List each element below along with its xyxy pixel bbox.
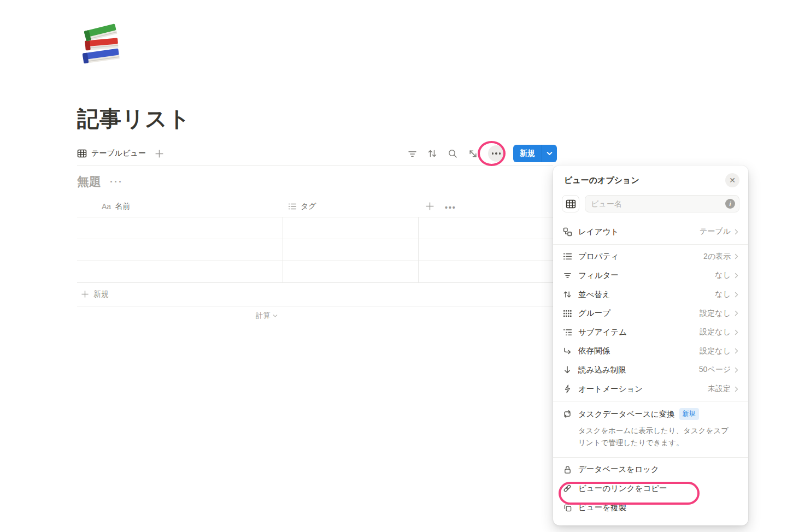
layout-icon: [562, 227, 573, 237]
column-tags-label: タグ: [301, 202, 316, 211]
menu-item-convert-task-database[interactable]: タスクデータベースに変換 新規: [553, 404, 748, 424]
calculate-label: 計算: [256, 311, 271, 321]
panel-divider: [553, 401, 748, 401]
close-icon[interactable]: ✕: [725, 173, 739, 187]
table-view-icon: [77, 149, 87, 158]
toolbar-divider: [77, 165, 553, 166]
table-border: [77, 282, 553, 283]
menu-label: グループ: [578, 308, 700, 318]
tab-table-view-label: テーブルビュー: [91, 149, 146, 158]
table-border: [77, 306, 553, 306]
chevron-right-icon: [735, 253, 738, 259]
table-border: [77, 217, 553, 217]
table-border: [77, 239, 553, 239]
subitems-icon: [562, 328, 573, 337]
menu-item-properties[interactable]: プロパティ 2の表示: [553, 247, 748, 267]
column-header-name[interactable]: Aa 名前: [102, 197, 130, 216]
chevron-right-icon: [735, 348, 738, 354]
chevron-right-icon: [735, 273, 738, 279]
page-title[interactable]: 記事リスト: [77, 104, 191, 134]
new-row-button[interactable]: 新規: [77, 282, 109, 306]
sort-icon[interactable]: [427, 149, 437, 158]
view-name-input[interactable]: [585, 195, 739, 212]
menu-item-duplicate-view[interactable]: ビューを複製: [553, 498, 748, 517]
multiselect-type-icon: [288, 202, 297, 211]
menu-value: 未設定: [708, 384, 731, 394]
panel-title: ビューのオプション: [564, 175, 639, 186]
menu-value: なし: [715, 289, 731, 299]
column-name-label: 名前: [115, 202, 130, 211]
new-button-chevron[interactable]: [542, 145, 557, 162]
menu-value: テーブル: [700, 227, 731, 237]
add-column-button[interactable]: [425, 202, 434, 211]
panel-divider: [553, 244, 748, 245]
link-icon: [562, 484, 573, 493]
menu-label: 依存関係: [578, 346, 700, 356]
sort-icon: [562, 290, 573, 299]
menu-item-layout[interactable]: レイアウト テーブル: [553, 222, 748, 241]
filter-icon: [562, 271, 573, 280]
menu-value: 設定なし: [700, 327, 731, 337]
view-options-button[interactable]: [488, 145, 504, 162]
tab-table-view[interactable]: テーブルビュー: [77, 149, 146, 158]
menu-label: プロパティ: [578, 251, 703, 262]
menu-item-copy-view-link[interactable]: ビューのリンクをコピー: [553, 479, 748, 498]
chevron-right-icon: [735, 292, 738, 298]
menu-item-automations[interactable]: オートメーション 未設定: [553, 380, 748, 399]
table-border-vertical: [283, 217, 283, 283]
menu-label: レイアウト: [578, 227, 700, 237]
add-view-button[interactable]: [155, 149, 164, 158]
menu-label: フィルター: [578, 270, 715, 281]
convert-description: タスクをホームに表示したり、タスクをスプリントで管理したりできます。: [553, 424, 748, 454]
filter-icon[interactable]: [407, 149, 417, 158]
menu-item-subitems[interactable]: サブアイテム 設定なし: [553, 323, 748, 342]
menu-label: サブアイテム: [578, 327, 700, 338]
chevron-right-icon: [735, 386, 738, 392]
view-options-panel: ビューのオプション ✕ i: [553, 165, 748, 525]
properties-list-icon: [562, 252, 573, 261]
chevron-down-icon: [273, 314, 278, 318]
expand-icon[interactable]: [468, 149, 478, 158]
new-row-label: 新規: [93, 289, 109, 299]
menu-item-lock-database[interactable]: データベースをロック: [553, 460, 748, 480]
table-border: [77, 261, 553, 261]
menu-label: 読み込み制限: [578, 365, 699, 375]
panel-divider: [553, 457, 748, 458]
menu-label: タスクデータベースに変換: [578, 409, 675, 419]
new-button-label: 新規: [513, 145, 542, 162]
menu-value: なし: [715, 270, 731, 280]
menu-value: 2の表示: [703, 252, 731, 262]
notion-page: 記事リスト テーブルビュー: [0, 0, 787, 532]
chevron-right-icon: [735, 329, 738, 335]
convert-icon: [562, 410, 573, 418]
chevron-right-icon: [735, 367, 738, 373]
menu-value: 設定なし: [700, 309, 731, 318]
menu-label: オートメーション: [578, 384, 708, 394]
table-options-dots[interactable]: •••: [445, 203, 456, 212]
group-grid-icon: [562, 309, 573, 318]
duplicate-icon: [562, 504, 573, 512]
new-badge: 新規: [679, 408, 699, 420]
calculate-button[interactable]: 計算: [77, 311, 278, 321]
lightning-icon: [562, 385, 573, 393]
menu-item-sort[interactable]: 並べ替え なし: [553, 285, 748, 304]
database-more-button[interactable]: ···: [110, 176, 123, 188]
menu-item-group[interactable]: グループ 設定なし: [553, 304, 748, 323]
menu-label: ビューを複製: [578, 503, 738, 513]
chevron-right-icon: [735, 229, 738, 235]
column-header-tags[interactable]: タグ: [288, 197, 316, 216]
search-icon[interactable]: [448, 149, 457, 158]
page-books-icon[interactable]: [79, 23, 125, 70]
menu-item-load-limit[interactable]: 読み込み制限 50ページ: [553, 360, 748, 380]
menu-label: データベースをロック: [578, 464, 738, 475]
chevron-right-icon: [735, 310, 738, 316]
view-icon-button[interactable]: [562, 195, 579, 212]
menu-item-filter[interactable]: フィルター なし: [553, 266, 748, 285]
menu-item-dependencies[interactable]: 依存関係 設定なし: [553, 342, 748, 361]
menu-label: 並べ替え: [578, 289, 715, 300]
info-icon: i: [725, 199, 735, 209]
database-title-placeholder[interactable]: 無題: [77, 174, 101, 190]
menu-value: 設定なし: [700, 346, 731, 356]
new-button[interactable]: 新規: [513, 145, 557, 162]
arrow-down-icon: [562, 365, 573, 374]
